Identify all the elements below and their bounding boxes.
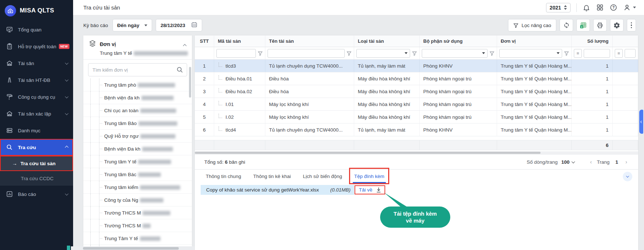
settings-gear-icon[interactable] — [610, 19, 624, 31]
per-page-select[interactable]: 100 — [561, 159, 575, 165]
sidebar-item-label: Hỗ trợ quyết toán — [18, 44, 56, 49]
user-icon[interactable] — [623, 4, 636, 11]
horizontal-scrollbar[interactable] — [195, 151, 638, 154]
report-date-field[interactable]: 28/12/2023 — [156, 19, 202, 31]
tree-header[interactable]: Đơn vị Trung tâm Y tế — [83, 35, 192, 60]
name-filter-input[interactable] — [268, 49, 345, 58]
next-page-icon[interactable]: › — [624, 159, 629, 165]
unit-search-input[interactable] — [88, 63, 187, 76]
attachment-item[interactable]: Copy of khảo sát service sử dụng getWork… — [201, 185, 354, 195]
funnel-icon[interactable] — [564, 51, 569, 56]
tree-node[interactable]: Bệnh viện đa kh — [83, 91, 192, 104]
sidebar-item-ho-tro-quyet-toan[interactable]: Hỗ trợ quyết toán NEW — [0, 38, 73, 55]
tree-node[interactable]: Trường THCS M — [83, 219, 192, 232]
callout-text: Tải tệp đính kèm về máy — [380, 207, 450, 228]
tree-title: Đơn vị — [100, 41, 116, 47]
bell-icon[interactable] — [583, 4, 590, 11]
cell-code: tlcd3 — [214, 60, 265, 72]
qty-filter-input[interactable] — [584, 49, 610, 58]
column-header-ma-tai-san[interactable]: Mã tài sản — [214, 35, 265, 47]
dept-filter-select[interactable] — [422, 49, 488, 58]
tree-node[interactable]: Quỹ Hỗ trợ ngư — [83, 130, 192, 143]
chevron-down-icon — [65, 95, 69, 98]
column-header-so-luong[interactable]: Số lượng — [572, 35, 613, 47]
tab-tep-dinh-kem[interactable]: Tệp đính kèm — [354, 170, 384, 183]
page-number[interactable]: 1 — [613, 159, 621, 165]
summary-qty: 6 — [572, 140, 613, 150]
tab-lich-su-bien-dong[interactable]: Lịch sử biến động — [303, 170, 342, 183]
excel-export-icon[interactable]: x — [576, 19, 590, 31]
attachment-filename: Copy of khảo sát service sử dụng getWork… — [206, 187, 326, 193]
table-row[interactable]: 3 Điều hòa.02 Điều hóa Máy điều hòa khôn… — [195, 85, 638, 98]
download-button[interactable]: Tải về — [359, 187, 372, 193]
tree-node[interactable]: Trung tâm phò — [83, 79, 192, 91]
tree-node[interactable]: Bệnh viện Đa kh — [83, 143, 192, 155]
help-icon[interactable]: ? — [610, 4, 617, 11]
download-icon[interactable] — [376, 187, 382, 193]
tree-node[interactable]: Trung tâm Bảo — [83, 117, 192, 130]
total-unit: bản ghi — [229, 159, 245, 165]
tree-node[interactable]: Công ty của Ng — [83, 194, 192, 207]
sidebar-item-tai-san-ht-db[interactable]: Tài sản HT-ĐB — [0, 72, 73, 88]
extra-filter-input[interactable] — [625, 49, 636, 58]
sidebar-item-tra-cuu[interactable]: Tra cứu — [0, 139, 73, 156]
unit-filter-select[interactable] — [499, 49, 562, 58]
more-options-icon[interactable] — [627, 19, 636, 31]
tab-thong-tin-ke-khai[interactable]: Thông tin kê khai — [253, 170, 291, 183]
year-stepper-icon[interactable] — [564, 5, 567, 10]
cell-extra — [613, 124, 638, 136]
funnel-icon[interactable] — [412, 51, 417, 56]
table-row[interactable]: 4 I.01 Máy lọc không khí Máy điều hòa kh… — [195, 98, 638, 111]
tree-node[interactable]: Chi cục an toàn — [83, 104, 192, 117]
sidebar-item-tra-cuu-tai-san[interactable]: → Tra cứu tài sản — [0, 156, 73, 171]
sidebar-item-danh-muc[interactable]: Danh mục — [0, 122, 73, 139]
sidebar-item-cong-cu-dung-cu[interactable]: Công cụ dụng cụ — [0, 88, 73, 105]
tree-node[interactable]: Trung tâm Bác — [83, 168, 192, 181]
table-row[interactable]: 1 tlcd3 Tủ lạnh chuyên dụng TCW4000... T… — [195, 60, 638, 72]
tree-node[interactable]: Trung tâm Y tế — [83, 155, 192, 168]
cell-unit: Trung tâm Y tế Quận Hoàng M... — [497, 98, 572, 110]
brand-name: MISA QLTS — [20, 7, 54, 14]
tree-node[interactable]: Trung Tâm Y tế — [83, 232, 192, 245]
panel-collapse-handle[interactable] — [639, 110, 643, 134]
per-page-label: Số dòng/trang — [527, 159, 558, 165]
sidebar-item-tai-san-xac-lap[interactable]: Tài sản xác lập — [0, 105, 73, 122]
equals-operator[interactable]: = — [574, 49, 582, 58]
column-header-loai-tai-san[interactable]: Loại tài sản — [354, 35, 420, 47]
funnel-icon[interactable] — [346, 51, 352, 56]
table-row[interactable]: 5 I.02 Máy lọc không khí Máy điều hòa kh… — [195, 111, 638, 124]
table-row[interactable]: 2 Điều hòa.01 Điều hóa Máy điều hòa khôn… — [195, 72, 638, 85]
sidebar-item-label: Tổng quan — [18, 27, 42, 33]
refresh-icon[interactable] — [560, 19, 573, 31]
collapse-chevron-icon[interactable] — [183, 42, 186, 49]
equals-operator[interactable]: = — [615, 49, 623, 58]
sidebar-item-bao-cao[interactable]: Báo cáo — [0, 186, 73, 202]
period-type-select[interactable]: Đến ngày — [113, 19, 152, 31]
column-header-bo-phan-su-dung[interactable]: Bộ phận sử dụng — [420, 35, 497, 47]
funnel-icon[interactable] — [258, 51, 263, 56]
collapse-panel-icon[interactable] — [623, 172, 632, 181]
sidebar-resize-handle[interactable] — [67, 246, 70, 250]
tree-node[interactable]: Trung tâm kiểm — [83, 181, 192, 194]
apps-grid-icon[interactable] — [596, 4, 604, 11]
column-header-don-vi[interactable]: Đơn vị — [497, 35, 572, 47]
column-header-ten-tai-san[interactable]: Tên tài sản — [265, 35, 354, 47]
tree-node[interactable]: Trường THCS M — [83, 207, 192, 219]
year-selector[interactable]: 2021 — [546, 3, 571, 12]
advanced-filter-button[interactable]: Lọc nâng cao — [508, 19, 556, 31]
bottom-scrollbar[interactable] — [71, 246, 194, 250]
type-filter-select[interactable] — [356, 49, 410, 58]
printer-icon[interactable] — [593, 19, 607, 31]
sidebar-item-tra-cuu-ccdc[interactable]: Tra cứu CCDC — [0, 171, 73, 186]
column-header-stt[interactable]: STT — [195, 35, 214, 47]
tree-scrollbar[interactable] — [189, 67, 191, 98]
sidebar-item-tong-quan[interactable]: Tổng quan — [0, 21, 73, 38]
layers-icon — [88, 39, 96, 49]
tab-thong-tin-chung[interactable]: Thông tin chung — [206, 170, 241, 183]
prev-page-icon[interactable]: ‹ — [588, 159, 593, 165]
code-filter-input[interactable] — [216, 49, 256, 58]
table-row[interactable]: 6 tlcd4 Tủ lạnh chuyên dụng TCW4000... T… — [195, 124, 638, 136]
sidebar-item-tai-san[interactable]: Tài sản — [0, 55, 73, 72]
cell-qty: 1 — [572, 72, 613, 85]
funnel-icon[interactable] — [489, 51, 495, 56]
